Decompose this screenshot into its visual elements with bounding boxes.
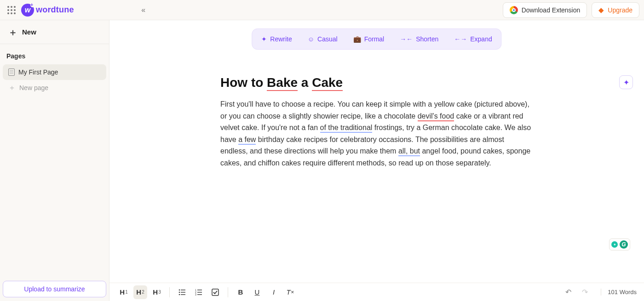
collapse-sidebar-button[interactable]: « xyxy=(137,3,150,17)
header-right: Download Extension ◆ Upgrade xyxy=(503,2,639,18)
pages-section-label: Pages xyxy=(0,44,109,64)
casual-icon: ☺ xyxy=(308,35,314,43)
svg-point-0 xyxy=(179,289,180,290)
upload-label: Upload to summarize xyxy=(24,285,85,293)
casual-button[interactable]: ☺ Casual xyxy=(300,31,345,47)
sparkle-icon: ✦ xyxy=(623,78,629,87)
body-grammar-underline: all, but xyxy=(398,147,420,156)
heading2-button[interactable]: H2 xyxy=(133,285,147,299)
upgrade-button[interactable]: ◆ Upgrade xyxy=(592,2,639,18)
document[interactable]: How to Bake a Cake First you'll have to … xyxy=(220,75,533,169)
download-extension-button[interactable]: Download Extension xyxy=(503,2,587,18)
casual-label: Casual xyxy=(317,35,338,43)
ai-suggest-button[interactable]: ✦ xyxy=(619,75,633,89)
redo-button[interactable]: ↷ xyxy=(578,285,592,299)
logo-badge-icon: w xyxy=(21,4,34,17)
expand-icon: ←→ xyxy=(454,35,467,43)
body-grammar-underline: a few xyxy=(238,136,256,145)
apps-menu-icon[interactable] xyxy=(5,3,18,17)
svg-rect-11 xyxy=(197,294,202,295)
heading3-button[interactable]: H3 xyxy=(150,285,164,299)
rewrite-button[interactable]: ✦ Rewrite xyxy=(254,31,299,47)
numbered-list-button[interactable]: 123 xyxy=(192,285,206,299)
svg-point-4 xyxy=(179,294,180,295)
svg-rect-7 xyxy=(197,290,202,290)
shorten-icon: →← xyxy=(400,35,413,43)
header: w wordtune « Download Extension ◆ Upgrad… xyxy=(0,0,644,20)
shorten-button[interactable]: →← Shorten xyxy=(392,31,446,47)
underline-button[interactable]: U xyxy=(250,285,264,299)
svg-rect-3 xyxy=(181,292,185,292)
expand-label: Expand xyxy=(470,35,492,43)
plus-icon: ＋ xyxy=(8,28,17,37)
sidebar-page-item[interactable]: My First Page xyxy=(3,64,106,80)
separator xyxy=(228,287,228,297)
sparkle-icon: ✦ xyxy=(261,35,267,43)
briefcase-icon: 💼 xyxy=(353,35,361,43)
insight-icon xyxy=(611,241,618,248)
svg-rect-1 xyxy=(181,290,185,290)
title-underline-word: Cake xyxy=(312,75,343,91)
body-spell-underline: devil's food xyxy=(418,112,454,121)
undo-button[interactable]: ↶ xyxy=(561,285,575,299)
format-toolbar: H1 H2 H3 123 B U I T✕ ↶ ↷ 101 Words xyxy=(109,283,644,301)
svg-rect-12 xyxy=(212,289,218,295)
formal-button[interactable]: 💼 Formal xyxy=(346,31,392,47)
page-item-label: My First Page xyxy=(18,68,58,76)
formal-label: Formal xyxy=(364,35,385,43)
plus-icon: ＋ xyxy=(8,84,16,91)
logo[interactable]: w wordtune xyxy=(21,4,74,17)
shorten-label: Shorten xyxy=(416,35,438,43)
document-body[interactable]: First you'll have to choose a recipe. Yo… xyxy=(220,98,533,169)
diamond-icon: ◆ xyxy=(598,6,604,14)
expand-button[interactable]: ←→ Expand xyxy=(447,31,499,47)
chrome-icon xyxy=(510,6,518,14)
upload-to-summarize-button[interactable]: Upload to summarize xyxy=(3,281,106,297)
header-left: w wordtune « xyxy=(5,3,150,17)
new-page-label: New page xyxy=(19,84,48,91)
title-text: a xyxy=(298,75,312,90)
bullet-list-button[interactable] xyxy=(175,285,189,299)
upgrade-label: Upgrade xyxy=(608,6,632,14)
separator xyxy=(169,287,170,297)
grammarly-icon: G xyxy=(620,240,628,249)
rewrite-action-bar: ✦ Rewrite ☺ Casual 💼 Formal →← Shorten ←… xyxy=(252,28,501,50)
page-icon xyxy=(8,68,15,76)
svg-point-2 xyxy=(179,291,180,293)
svg-rect-5 xyxy=(181,294,185,295)
document-title[interactable]: How to Bake a Cake xyxy=(220,75,533,90)
italic-button[interactable]: I xyxy=(267,285,281,299)
new-page-button[interactable]: ＋ New page xyxy=(3,80,106,96)
checklist-button[interactable] xyxy=(208,285,222,299)
heading1-button[interactable]: H1 xyxy=(117,285,131,299)
new-button[interactable]: ＋ New xyxy=(0,20,109,44)
grammar-widget[interactable]: G xyxy=(609,239,630,250)
main: ✦ Rewrite ☺ Casual 💼 Formal →← Shorten ←… xyxy=(109,20,644,283)
title-text: How to xyxy=(220,75,267,90)
rewrite-label: Rewrite xyxy=(270,35,292,43)
brand-name: wordtune xyxy=(36,5,74,15)
title-underline-word: Bake xyxy=(267,75,298,91)
clear-format-button[interactable]: T✕ xyxy=(283,285,297,299)
svg-text:3: 3 xyxy=(195,293,196,296)
bold-button[interactable]: B xyxy=(234,285,247,299)
body-grammar-underline: of the traditional xyxy=(320,124,373,133)
word-count: 101 Words xyxy=(601,289,637,295)
sidebar: ＋ New Pages My First Page ＋ New page Upl… xyxy=(0,20,109,301)
new-label: New xyxy=(22,28,36,36)
download-extension-label: Download Extension xyxy=(522,6,581,14)
svg-rect-9 xyxy=(197,292,202,292)
